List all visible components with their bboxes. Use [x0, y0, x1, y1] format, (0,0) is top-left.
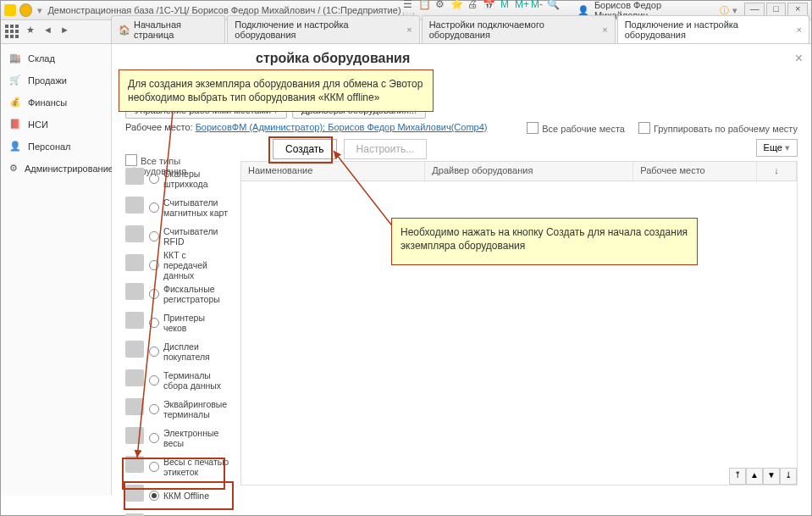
tool-icon-4[interactable]: ⭐ [450, 0, 462, 10]
equip-type-kkm[interactable]: ККМ Offline [124, 481, 234, 510]
nav-star-icon[interactable]: ★ [26, 25, 40, 38]
form-close-icon[interactable]: × [795, 51, 803, 66]
callout-2: Необходимо нажать на кнопку Создать для … [391, 218, 698, 265]
configure-button[interactable]: Настроить... [344, 139, 428, 159]
nav-fwd-icon[interactable]: ► [60, 25, 74, 38]
tab-3[interactable]: Подключение и настройка оборудования × [617, 15, 809, 43]
sidebar-label-4: Персонал [28, 141, 71, 152]
sidebar-label-1: Продажи [28, 75, 67, 86]
scroll-buttons: ⤒ ▲ ▼ ⤓ [729, 468, 797, 485]
sidebar-item-finance[interactable]: 💰 Финансы [1, 92, 111, 114]
svg-rect-8 [15, 35, 19, 38]
sidebar-item-nsi[interactable]: 📕 НСИ [1, 114, 111, 136]
book-icon: 📕 [9, 119, 21, 130]
svg-rect-0 [5, 25, 8, 28]
tool-icon-9[interactable]: M- [531, 0, 543, 10]
equip-thumb-icon [125, 254, 144, 271]
main-form: стройка оборудования × ое оборудование У… [112, 44, 811, 496]
svg-rect-4 [10, 30, 14, 33]
sidebar-label-2: Финансы [28, 97, 67, 108]
equip-thumb-icon [125, 398, 144, 415]
tool-icon-10[interactable]: 🔍 [547, 0, 559, 10]
radio-icon[interactable] [149, 462, 159, 472]
tab-strip: 🏠 Начальная страница Подключение и настр… [1, 21, 811, 44]
scroll-bottom-icon[interactable]: ⤓ [780, 468, 797, 485]
equip-type-kkt[interactable]: ККТ с передачей данных [124, 251, 234, 280]
radio-icon[interactable] [149, 260, 159, 270]
workplace-link[interactable]: БорисовФМ (Администратор); Борисов Федор… [196, 122, 488, 132]
money-icon: 💰 [9, 97, 21, 108]
radio-icon[interactable] [149, 231, 159, 241]
window-title: Демонстрационная база /1С-УЦ/ Борисов Фе… [47, 5, 400, 15]
radio-icon[interactable] [149, 174, 159, 184]
equip-type-scale[interactable]: Электронные весы [124, 424, 234, 452]
tab-1-label: Подключение и настройка оборудования [235, 19, 401, 40]
tool-icon-3[interactable]: ⚙ [434, 0, 446, 10]
equip-type-scanner[interactable]: Сканеры штрихкода [124, 164, 234, 193]
equip-type-acquiring[interactable]: Эквайринговые терминалы [124, 395, 234, 424]
warehouse-icon: 🏬 [9, 53, 21, 64]
sidebar-item-personal[interactable]: 👤 Персонал [1, 136, 111, 158]
group-by-checkbox[interactable]: Группировать по рабочему месту [638, 122, 798, 134]
col-workplace[interactable]: Рабочее место [633, 162, 757, 180]
tool-icon-2[interactable]: 📋 [418, 0, 430, 10]
equip-type-fiscal[interactable]: Фискальные регистраторы [124, 280, 234, 308]
tab-home-label: Начальная страница [134, 19, 218, 40]
equip-type-label: Сканеры штрихкода [163, 169, 230, 189]
equip-type-terminal[interactable]: Терминалы сбора данных [124, 366, 234, 395]
tool-icon-8[interactable]: M+ [515, 0, 527, 10]
tab-3-close-icon[interactable]: × [797, 25, 802, 35]
dropdown2-icon[interactable]: ▾ [732, 5, 737, 16]
equip-type-receipt[interactable]: Принтеры чеков [124, 308, 234, 337]
equip-type-labelprn[interactable]: Принтеры этикеток [124, 510, 234, 516]
col-driver[interactable]: Драйвер оборудования [425, 162, 633, 180]
equip-thumb-icon [125, 168, 144, 185]
tab-home[interactable]: 🏠 Начальная страница [111, 15, 225, 43]
svg-rect-6 [5, 35, 8, 38]
tab-1[interactable]: Подключение и настройка оборудования × [227, 15, 419, 43]
tool-icon-1[interactable]: ☰ [402, 0, 414, 10]
equip-type-scaleprn[interactable]: Весы с печатью этикеток [124, 452, 234, 481]
radio-icon[interactable] [149, 289, 159, 299]
tab-2[interactable]: Настройки подключаемого оборудования × [422, 15, 616, 43]
equip-type-rfid[interactable]: Считыватели RFID [124, 222, 234, 251]
dropdown-icon[interactable]: ▾ [37, 5, 42, 16]
sidebar-item-admin[interactable]: ⚙ Администрирование [1, 158, 111, 180]
equip-type-magcard[interactable]: Считыватели магнитных карт [124, 193, 234, 222]
equip-type-label: Фискальные регистраторы [163, 284, 230, 304]
equip-type-display[interactable]: Дисплеи покупателя [124, 337, 234, 366]
equip-type-label: Принтеры чеков [163, 313, 230, 333]
equip-type-label: Эквайринговые терминалы [163, 399, 230, 419]
create-button[interactable]: Создать [273, 139, 337, 159]
workplace-line: Рабочее место: БорисовФМ (Администратор)… [125, 122, 488, 132]
radio-icon[interactable] [149, 375, 159, 386]
more-button[interactable]: Еще [756, 139, 798, 157]
person-icon: 👤 [9, 141, 21, 153]
radio-icon[interactable] [149, 347, 159, 357]
tab-2-close-icon[interactable]: × [602, 25, 607, 35]
tool-icon-6[interactable]: 📅 [483, 0, 494, 10]
radio-icon[interactable] [149, 404, 159, 414]
circle-icon[interactable] [19, 3, 33, 17]
radio-icon[interactable] [149, 203, 159, 213]
sidebar-item-sklad[interactable]: 🏬 Склад [1, 47, 111, 69]
radio-icon[interactable] [149, 318, 159, 328]
radio-icon[interactable] [149, 433, 159, 443]
tab-3-label: Подключение и настройка оборудования [625, 19, 792, 40]
col-sort-icon[interactable]: ↓ [757, 162, 797, 180]
all-workplaces-checkbox[interactable]: Все рабочие места [527, 122, 625, 134]
svg-rect-3 [5, 30, 8, 33]
sidebar-item-sales[interactable]: 🛒 Продажи [1, 69, 111, 92]
nav-back-icon[interactable]: ◄ [43, 25, 57, 38]
tab-1-close-icon[interactable]: × [406, 25, 412, 35]
scroll-top-icon[interactable]: ⤒ [729, 468, 746, 485]
tool-icon-5[interactable]: 🖨 [467, 0, 478, 10]
col-name[interactable]: Наименование [241, 162, 425, 180]
apps-grid-icon[interactable] [4, 24, 19, 39]
scroll-up-icon[interactable]: ▲ [746, 468, 763, 485]
tool-icon-7[interactable]: M [499, 0, 511, 10]
scroll-down-icon[interactable]: ▼ [763, 468, 780, 485]
radio-icon[interactable] [149, 491, 159, 501]
form-title: стройка оборудования [256, 51, 410, 66]
equip-thumb-icon [125, 427, 144, 444]
